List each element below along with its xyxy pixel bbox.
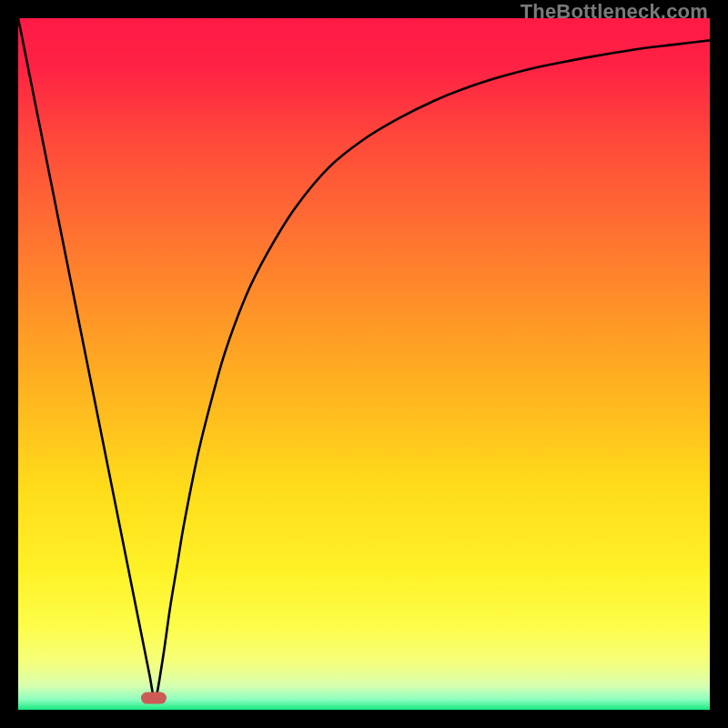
bottleneck-curve xyxy=(18,18,710,710)
vertex-marker xyxy=(141,693,167,704)
chart-frame xyxy=(18,18,710,710)
watermark-text: TheBottleneck.com xyxy=(521,0,708,24)
plot-area xyxy=(18,18,710,710)
